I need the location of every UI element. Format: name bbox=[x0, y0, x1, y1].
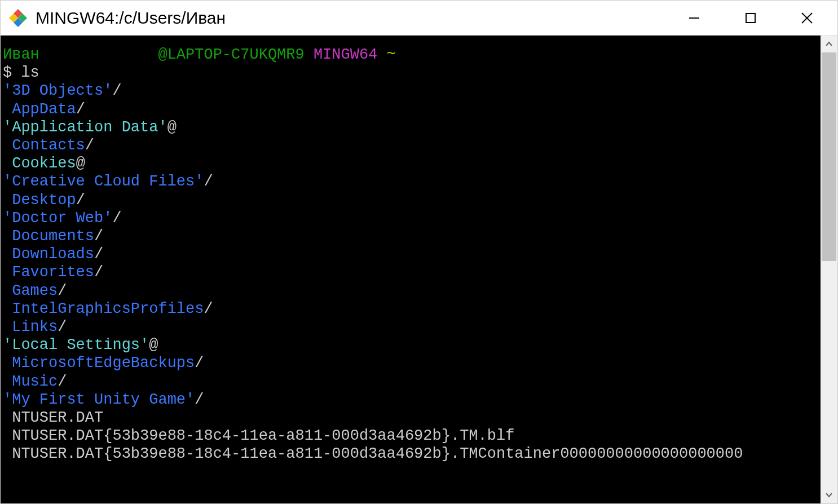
ls-entry: MicrosoftEdgeBackups bbox=[12, 355, 195, 372]
ls-entry: NTUSER.DAT bbox=[12, 409, 103, 426]
ls-entry: Links bbox=[12, 319, 58, 335]
terminal-window: MINGW64:/c/Users/Иван Иван @LAPTOP-C7UKQ… bbox=[0, 0, 838, 504]
ls-entry: Cookies bbox=[12, 155, 76, 172]
ls-entry: 'Creative Cloud Files' bbox=[3, 173, 204, 190]
ls-entry: 'Application Data' bbox=[3, 119, 167, 136]
ls-suffix: / bbox=[85, 137, 94, 154]
window-title: MINGW64:/c/Users/Иван bbox=[36, 8, 666, 28]
ls-entry: Contacts bbox=[12, 137, 85, 154]
mingw-icon bbox=[8, 8, 28, 28]
prompt-command: ls bbox=[21, 64, 39, 81]
minimize-button[interactable] bbox=[666, 1, 722, 36]
ls-suffix: / bbox=[195, 355, 204, 372]
ls-suffix: / bbox=[58, 373, 67, 390]
ls-entry: Games bbox=[12, 282, 58, 299]
ls-suffix: / bbox=[76, 192, 85, 209]
ls-suffix: / bbox=[112, 210, 121, 227]
prompt-env: MINGW64 bbox=[314, 46, 377, 63]
ls-entry: '3D Objects' bbox=[3, 82, 112, 99]
prompt-host: @LAPTOP-C7UKQMR9 bbox=[158, 46, 304, 63]
terminal-area: Иван @LAPTOP-C7UKQMR9 MINGW64 ~ $ ls '3D… bbox=[1, 36, 837, 503]
prompt-path: ~ bbox=[387, 46, 396, 63]
ls-suffix: / bbox=[58, 319, 67, 335]
ls-suffix: @ bbox=[167, 119, 177, 136]
ls-entry: 'Doctor Web' bbox=[3, 210, 112, 227]
ls-suffix: / bbox=[94, 246, 103, 263]
ls-suffix: / bbox=[58, 282, 67, 299]
ls-suffix: @ bbox=[76, 155, 85, 172]
ls-entry: AppData bbox=[12, 101, 76, 118]
terminal-output[interactable]: Иван @LAPTOP-C7UKQMR9 MINGW64 ~ $ ls '3D… bbox=[1, 36, 821, 503]
scrollbar-thumb[interactable] bbox=[822, 52, 836, 261]
ls-suffix: / bbox=[204, 300, 213, 317]
scroll-up-icon[interactable] bbox=[821, 36, 837, 52]
ls-entry: Favorites bbox=[12, 264, 94, 281]
ls-suffix: / bbox=[195, 391, 204, 408]
ls-entry: Downloads bbox=[12, 246, 94, 263]
ls-entry: Desktop bbox=[12, 192, 76, 209]
window-controls bbox=[666, 1, 835, 35]
ls-suffix: / bbox=[112, 82, 121, 99]
ls-entry: 'My First Unity Game' bbox=[3, 391, 195, 408]
svg-rect-5 bbox=[746, 14, 755, 23]
ls-suffix: / bbox=[94, 264, 103, 281]
scrollbar[interactable] bbox=[821, 36, 837, 503]
ls-suffix: @ bbox=[149, 337, 158, 353]
ls-suffix: / bbox=[204, 173, 213, 190]
ls-entry: NTUSER.DAT{53b39e88-18c4-11ea-a811-000d3… bbox=[12, 427, 514, 444]
close-button[interactable] bbox=[779, 1, 835, 36]
titlebar[interactable]: MINGW64:/c/Users/Иван bbox=[1, 1, 837, 36]
ls-entry: Documents bbox=[12, 228, 94, 245]
scrollbar-track[interactable] bbox=[821, 52, 837, 487]
ls-entry: IntelGraphicsProfiles bbox=[12, 300, 204, 317]
ls-entry: NTUSER.DAT{53b39e88-18c4-11ea-a811-000d3… bbox=[12, 445, 743, 462]
ls-suffix: / bbox=[94, 228, 103, 245]
scroll-down-icon[interactable] bbox=[821, 487, 837, 503]
ls-suffix: / bbox=[76, 101, 85, 118]
maximize-button[interactable] bbox=[722, 1, 779, 36]
ls-entry: 'Local Settings' bbox=[3, 337, 149, 353]
ls-entry: Music bbox=[12, 373, 58, 390]
prompt-symbol: $ bbox=[3, 64, 12, 81]
prompt-user: Иван bbox=[3, 46, 39, 63]
